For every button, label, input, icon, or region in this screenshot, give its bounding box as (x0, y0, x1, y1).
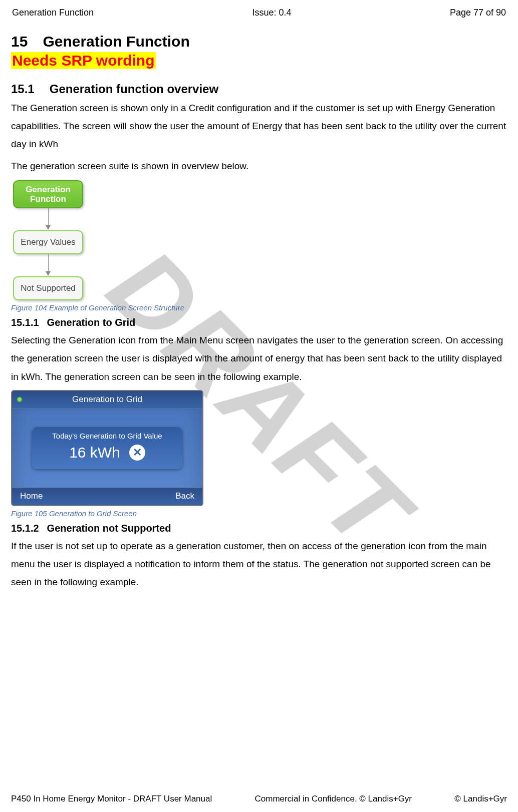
flow-node-energy-values: Energy Values (13, 230, 83, 254)
page-footer: P450 In Home Energy Monitor - DRAFT User… (11, 794, 507, 804)
device-title: Generation to Grid (72, 394, 142, 404)
figure-caption: Figure 104 Example of Generation Screen … (11, 303, 507, 312)
device-panel: Today's Generation to Grid Value 16 kWh … (32, 427, 182, 469)
footer-center: Commercial in Confidence. © Landis+Gyr (255, 794, 412, 804)
flow-node-generation-function: Generation Function (13, 180, 83, 208)
header-right: Page 77 of 90 (450, 8, 506, 18)
flow-arrow-icon (13, 208, 83, 230)
home-button[interactable]: Home (20, 491, 43, 501)
device-title-bar: Generation to Grid (12, 391, 202, 409)
close-icon[interactable]: ✕ (129, 445, 145, 461)
body-paragraph: If the user is not set up to operate as … (11, 537, 507, 591)
subsubsection-title: Generation to Grid (47, 317, 136, 328)
section-title: Generation Function (43, 33, 189, 50)
device-nav-bar: Home Back (12, 487, 202, 505)
footer-left: P450 In Home Energy Monitor - DRAFT User… (11, 794, 212, 804)
subsection-heading: 15.1Generation function overview (11, 82, 507, 96)
header-left: Generation Function (12, 8, 94, 18)
page-header: Generation Function Issue: 0.4 Page 77 o… (11, 8, 507, 18)
subsection-title: Generation function overview (50, 82, 218, 96)
flowchart-diagram: Generation Function Energy Values Not Su… (11, 180, 96, 300)
header-center: Issue: 0.4 (252, 8, 291, 18)
figure-caption: Figure 105 Generation to Grid Screen (11, 509, 507, 518)
body-paragraph: The generation screen suite is shown in … (11, 157, 507, 175)
subsubsection-number: 15.1.2 (11, 523, 39, 534)
flow-node-not-supported: Not Supported (13, 276, 83, 300)
footer-right: © Landis+Gyr (454, 794, 507, 804)
device-screenshot: Generation to Grid Today's Generation to… (11, 390, 203, 506)
subsubsection-title: Generation not Supported (47, 523, 171, 534)
subsubsection-heading: 15.1.2Generation not Supported (11, 523, 507, 534)
device-panel-label: Today's Generation to Grid Value (37, 432, 177, 440)
section-heading: 15Generation Function (11, 33, 507, 50)
flow-arrow-icon (13, 254, 83, 276)
subsubsection-heading: 15.1.1Generation to Grid (11, 317, 507, 328)
device-value: 16 kWh (69, 444, 120, 461)
subsection-number: 15.1 (11, 82, 35, 96)
body-paragraph: The Generation screen is shown only in a… (11, 99, 507, 153)
back-button[interactable]: Back (175, 491, 194, 501)
subsubsection-number: 15.1.1 (11, 317, 39, 328)
section-number: 15 (11, 33, 28, 50)
body-paragraph: Selecting the Generation icon from the M… (11, 331, 507, 385)
highlight-note: Needs SRP wording (11, 52, 156, 69)
